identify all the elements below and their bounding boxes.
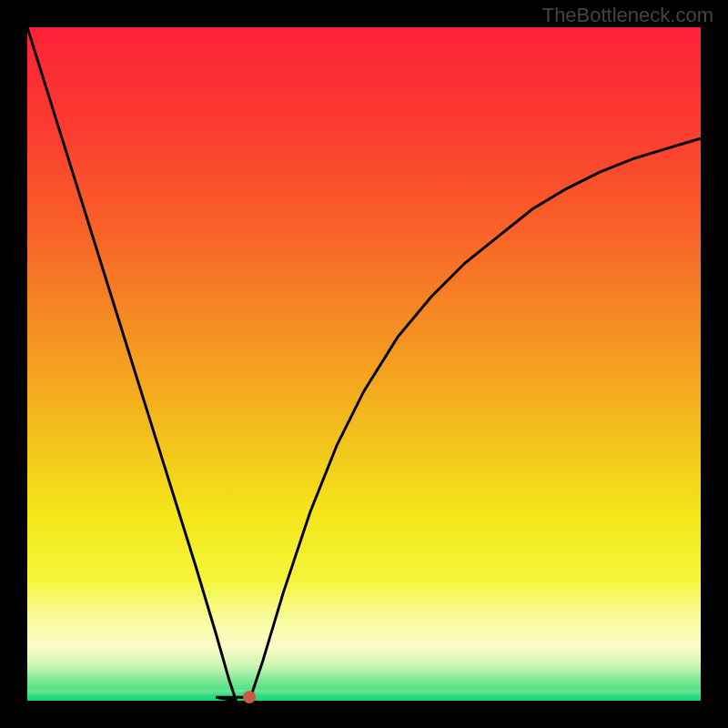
plot-area [27, 27, 701, 701]
watermark-text: TheBottleneck.com [542, 4, 713, 27]
curve-line [27, 27, 701, 701]
vertex-marker [243, 691, 256, 703]
